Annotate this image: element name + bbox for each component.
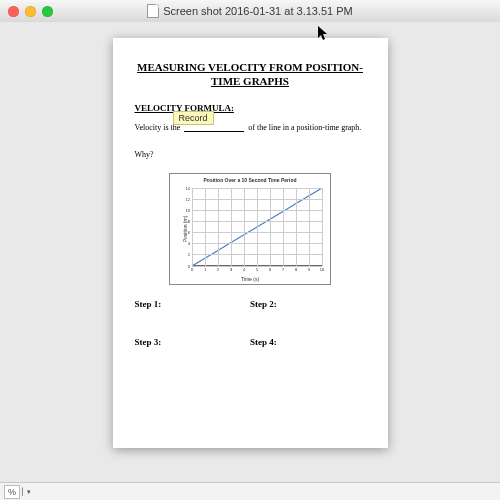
file-icon [147, 4, 159, 18]
document-page: MEASURING VELOCITY FROM POSITION-TIME GR… [113, 38, 388, 448]
step-1: Step 1: [135, 299, 251, 309]
step-2: Step 2: [250, 299, 366, 309]
document-viewer: MEASURING VELOCITY FROM POSITION-TIME GR… [0, 22, 500, 482]
chart-container: Position Over a 10 Second Time Period Po… [135, 173, 366, 285]
page-title: MEASURING VELOCITY FROM POSITION-TIME GR… [135, 60, 366, 89]
velocity-sentence: Velocity is the of the line in a positio… [135, 123, 366, 132]
step-3: Step 3: [135, 337, 251, 347]
window-titlebar: Screen shot 2016-01-31 at 3.13.51 PM [0, 0, 500, 23]
window-title-text: Screen shot 2016-01-31 at 3.13.51 PM [163, 5, 353, 17]
chart-plot-area: 02468101214012345678910 [192, 188, 322, 266]
record-tooltip: Record [173, 111, 214, 125]
minimize-icon[interactable] [25, 6, 36, 17]
sentence-post: of the line in a position-time graph. [248, 123, 361, 132]
section-heading: VELOCITY FORMULA: [135, 103, 366, 113]
position-time-chart: Position Over a 10 Second Time Period Po… [169, 173, 331, 285]
zoom-icon[interactable] [42, 6, 53, 17]
chart-xlabel: Time (s) [170, 276, 330, 282]
close-icon[interactable] [8, 6, 19, 17]
steps-grid: Step 1: Step 2: Step 3: Step 4: [135, 299, 366, 347]
mouse-cursor-icon [318, 26, 330, 42]
traffic-lights [8, 6, 53, 17]
zoom-dropdown-icon[interactable]: ▏▾ [22, 488, 31, 496]
chart-title: Position Over a 10 Second Time Period [170, 177, 330, 183]
status-bar: % ▏▾ [0, 482, 500, 500]
step-4: Step 4: [250, 337, 366, 347]
why-prompt: Why? [135, 150, 366, 159]
window-title: Screen shot 2016-01-31 at 3.13.51 PM [0, 4, 500, 18]
zoom-field[interactable]: % [4, 485, 20, 499]
